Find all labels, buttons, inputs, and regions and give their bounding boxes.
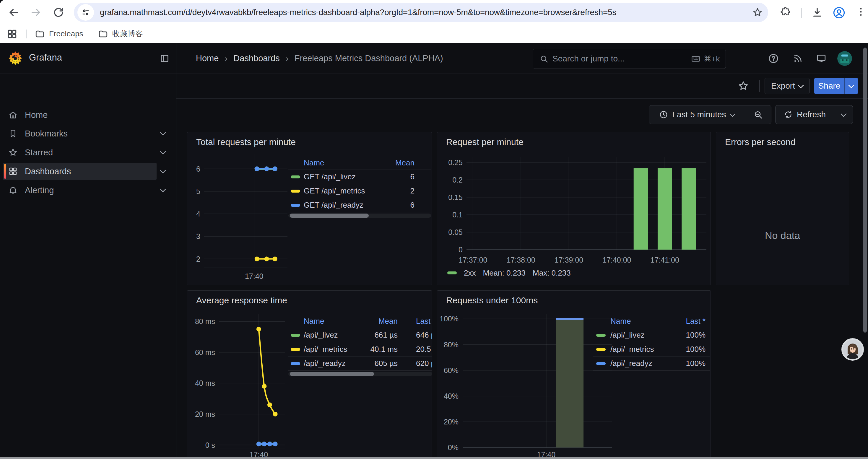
legend-row[interactable]: GET /api/_readyz6: [288, 198, 431, 212]
sidebar-item-alerting[interactable]: Alerting: [3, 182, 157, 199]
legend-header[interactable]: NameMeanLast *: [288, 314, 432, 328]
bookmark-folder-blogs[interactable]: 收藏博客: [98, 25, 143, 43]
zoom-out-button[interactable]: [745, 105, 771, 124]
legend-stat: Max: 0.233: [533, 268, 571, 277]
share-menu-button[interactable]: [844, 78, 858, 94]
breadcrumb-dashboards[interactable]: Dashboards: [234, 54, 279, 63]
url-bar[interactable]: grafana.mathmast.com/d/deytv4rwavabkb/fr…: [74, 3, 768, 22]
url-text[interactable]: grafana.mathmast.com/d/deytv4rwavabkb/fr…: [100, 3, 616, 22]
legend-column-0[interactable]: Name: [610, 317, 676, 326]
panel-total-requests[interactable]: Total requests per minute 2345617:40Name…: [187, 132, 432, 285]
reload-icon[interactable]: [53, 6, 64, 18]
legend-inline[interactable]: 2xxMean: 0.233Max: 0.233: [447, 267, 571, 279]
series-color-dash: [447, 271, 457, 274]
export-button[interactable]: Export: [765, 78, 809, 94]
brand-title[interactable]: Grafana: [29, 52, 62, 63]
legend-table: NameMeanGET /api/_livez6GET /api/_metric…: [288, 156, 431, 212]
chevron-down-icon[interactable]: [161, 131, 165, 136]
sidebar-toggle-icon[interactable]: [159, 54, 169, 64]
news-rss-icon[interactable]: [793, 53, 803, 64]
search-shortcut: ⌘+k: [691, 54, 720, 64]
help-icon[interactable]: [768, 53, 779, 64]
legend-column-0[interactable]: Name: [304, 158, 379, 167]
sidebar-item-home[interactable]: Home: [3, 106, 157, 124]
svg-text:0.25: 0.25: [448, 158, 463, 167]
series-color-dash: [596, 362, 606, 365]
sidebar-item-starred[interactable]: Starred: [3, 144, 157, 161]
svg-text:80 ms: 80 ms: [195, 317, 215, 326]
series-color-dash: [291, 190, 300, 193]
home-icon: [8, 110, 18, 120]
panel-title[interactable]: Errors per second: [725, 137, 795, 147]
svg-text:20 ms: 20 ms: [195, 410, 215, 418]
search-input[interactable]: Search or jump to... ⌘+k: [533, 49, 726, 69]
legend-scrollbar[interactable]: [288, 214, 431, 218]
legend-header[interactable]: NameLast *: [593, 314, 710, 328]
legend-row[interactable]: /api/_metrics100%: [593, 342, 710, 357]
refresh-interval-button[interactable]: [834, 105, 852, 124]
menu-dots-icon[interactable]: [856, 6, 866, 17]
back-icon[interactable]: [8, 6, 20, 18]
panel-average-response-time[interactable]: Average response time 0 s20 ms40 ms60 ms…: [187, 290, 432, 457]
apps-icon: [8, 167, 18, 176]
legend-column-1[interactable]: Last *: [676, 317, 706, 326]
bookmark-star-icon[interactable]: [752, 7, 763, 18]
page-scrollbar[interactable]: [863, 47, 867, 333]
bookmark-icon: [8, 129, 18, 138]
legend-column-2[interactable]: Last *: [398, 317, 432, 326]
breadcrumb-separator: ›: [224, 54, 227, 64]
grafana-logo-icon[interactable]: [8, 51, 23, 66]
svg-text:17:37:00: 17:37:00: [459, 256, 487, 264]
sidebar-item-bookmarks[interactable]: Bookmarks: [3, 125, 157, 142]
site-info-icon[interactable]: [78, 4, 94, 21]
extensions-icon[interactable]: [780, 6, 791, 18]
favorite-star-icon[interactable]: [738, 80, 749, 92]
svg-text:0.1: 0.1: [452, 210, 463, 219]
profile-avatar[interactable]: [833, 6, 845, 19]
downloads-icon[interactable]: [811, 6, 823, 18]
share-button[interactable]: Share: [814, 78, 844, 94]
legend-row[interactable]: /api/_metrics40.1 ms20.5 ms: [288, 342, 432, 357]
panel-errors-per-second[interactable]: Errors per second No data: [716, 132, 849, 285]
svg-text:6: 6: [196, 165, 200, 173]
browser-toolbar: grafana.mathmast.com/d/deytv4rwavabkb/fr…: [0, 0, 868, 25]
panel-requests-under-100ms[interactable]: Requests under 100ms 0%20%40%60%80%100%1…: [437, 290, 711, 457]
legend-series-name[interactable]: 2xx: [464, 268, 476, 277]
legend-stat: Mean: 0.233: [483, 268, 526, 277]
sidebar-item-dashboards[interactable]: Dashboards: [3, 163, 157, 180]
svg-text:2: 2: [196, 255, 200, 263]
refresh-button[interactable]: Refresh: [776, 105, 834, 124]
legend-row[interactable]: GET /api/_livez6: [288, 170, 431, 184]
apps-grid-icon[interactable]: [6, 28, 18, 40]
legend-column-0[interactable]: Name: [304, 317, 363, 326]
chevron-down-icon[interactable]: [161, 150, 165, 155]
legend-row[interactable]: /api/_livez661 µs646 µs: [288, 328, 432, 342]
legend-column-1[interactable]: Mean: [379, 158, 414, 167]
breadcrumb: Home › Dashboards › Freeleaps Metrics Da…: [196, 43, 443, 73]
bookmark-label: 收藏博客: [112, 29, 143, 39]
bookmark-folder-freeleaps[interactable]: Freeleaps: [35, 25, 83, 43]
legend-header[interactable]: NameMean: [288, 156, 431, 170]
assistant-avatar[interactable]: [841, 338, 864, 361]
breadcrumb-home[interactable]: Home: [196, 54, 219, 63]
legend-column-1[interactable]: Mean: [363, 317, 398, 326]
user-avatar[interactable]: [837, 51, 852, 66]
display-icon[interactable]: [816, 53, 827, 64]
zoom-out-icon: [753, 110, 763, 119]
legend-row[interactable]: /api/_livez100%: [593, 328, 710, 342]
legend-scrollbar[interactable]: [288, 372, 432, 376]
svg-text:17:38:00: 17:38:00: [506, 256, 535, 264]
legend-row[interactable]: GET /api/_metrics2: [288, 184, 431, 198]
time-range-picker[interactable]: Last 5 minutes: [649, 105, 745, 124]
sidebar-item-label: Alerting: [25, 186, 54, 195]
svg-text:40%: 40%: [444, 392, 459, 400]
legend-row[interactable]: /api/_readyz605 µs620 µs: [288, 357, 432, 371]
chevron-down-icon[interactable]: [161, 169, 165, 174]
series-color-dash: [291, 348, 300, 351]
series-color-dash: [291, 334, 300, 337]
panel-request-per-minute[interactable]: Request per minute 00.050.10.150.20.2517…: [437, 132, 711, 285]
legend-row[interactable]: /api/_readyz100%: [593, 357, 710, 371]
bookmarks-bar: Freeleaps 收藏博客: [0, 25, 868, 43]
forward-icon[interactable]: [30, 6, 42, 18]
chevron-down-icon[interactable]: [161, 188, 165, 193]
